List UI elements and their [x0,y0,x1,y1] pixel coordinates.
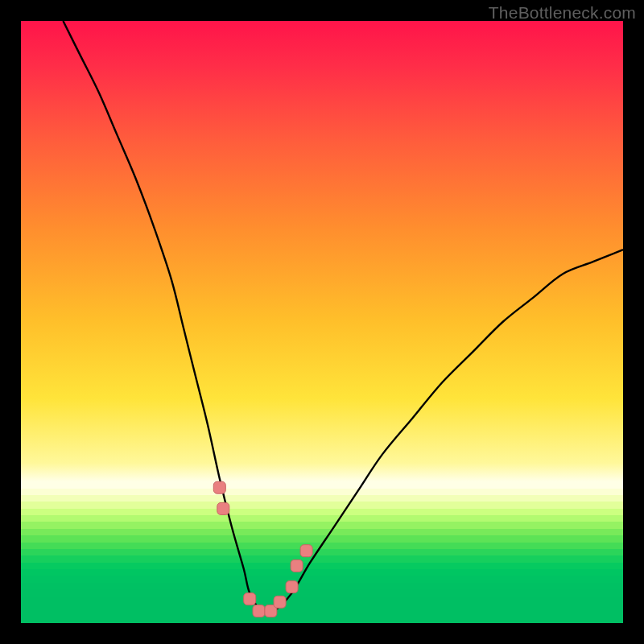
marker-point [253,605,265,617]
plot-area [21,21,623,623]
marker-point [213,481,225,493]
marker-point [300,545,312,557]
bottleneck-curve [63,21,623,613]
marker-group [213,481,312,617]
curve-path-group [63,21,623,613]
marker-point [274,596,286,608]
marker-point [217,502,229,514]
outer-frame: TheBottleneck.com [0,0,644,644]
watermark-text: TheBottleneck.com [489,3,636,23]
marker-point [286,581,298,593]
marker-point [244,593,256,605]
marker-point [291,559,303,572]
curve-svg [21,21,623,623]
